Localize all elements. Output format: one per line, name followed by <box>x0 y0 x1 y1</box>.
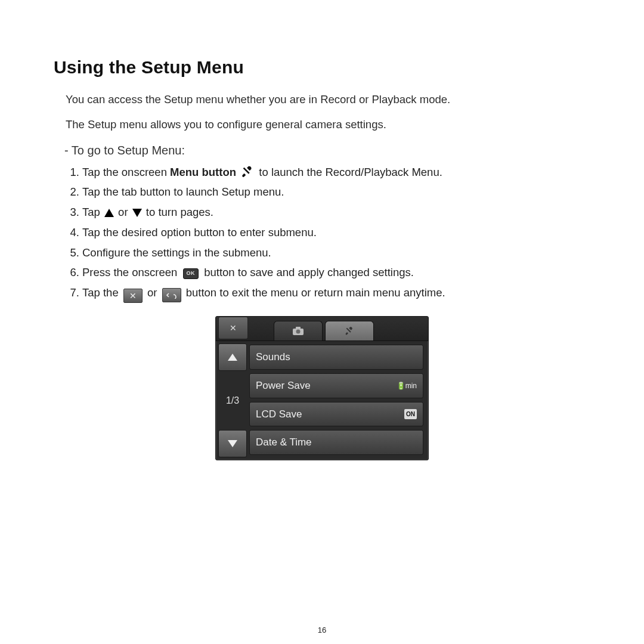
svg-point-2 <box>296 330 301 334</box>
device-option-list: Sounds Power Save 🔋min LCD Save ON Date … <box>249 341 428 460</box>
step-2: Tap the tab button to launch Setup menu. <box>82 184 590 200</box>
step-4: Tap the desired option button to enter s… <box>82 224 590 241</box>
device-row-label: Sounds <box>256 349 290 365</box>
close-icon: ✕ <box>123 289 143 303</box>
device-topbar: ✕ <box>216 317 428 341</box>
step-5: Configure the settings in the submenu. <box>82 244 590 261</box>
intro-line-1: You can access the Setup menu whether yo… <box>66 91 590 108</box>
device-row-power-save[interactable]: Power Save 🔋min <box>249 373 423 398</box>
step-1-bold: Menu button <box>170 166 236 178</box>
wrench-icon <box>240 165 255 178</box>
device-page-indicator: 1/3 <box>218 389 247 413</box>
step-6-text-a: Press the onscreen <box>82 266 181 278</box>
step-7: Tap the ✕ or button to exit the menu or … <box>82 284 590 303</box>
page-title: Using the Setup Menu <box>54 54 590 80</box>
device-screenshot: ✕ 1/3 Sounds Power Save 🔋min L <box>215 316 429 460</box>
device-side-nav: 1/3 <box>216 341 249 460</box>
device-row-label: Power Save <box>256 378 311 394</box>
step-7-text-b: button to exit the menu or return main m… <box>186 286 445 299</box>
ok-icon: OK <box>183 268 199 279</box>
svg-rect-1 <box>296 327 301 329</box>
step-7-text-a: Tap the <box>82 286 122 299</box>
step-3-mid: or <box>118 206 131 218</box>
step-6: Press the onscreen OK button to save and… <box>82 264 590 281</box>
step-6-text-b: button to save and apply changed setting… <box>204 266 414 278</box>
device-close-button[interactable]: ✕ <box>218 317 248 339</box>
step-1-text-a: Tap the onscreen <box>82 166 170 178</box>
device-row-label: Date & Time <box>256 435 312 450</box>
page-number: 16 <box>0 624 644 636</box>
device-tab-camera[interactable] <box>274 321 323 340</box>
device-page-down[interactable] <box>218 430 247 457</box>
device-row-value: ON <box>404 409 417 419</box>
device-row-date-time[interactable]: Date & Time <box>249 430 423 455</box>
device-row-value-icon: 🔋min <box>397 380 417 391</box>
device-tabs <box>250 321 397 340</box>
steps-list: Tap the onscreen Menu button to launch t… <box>54 164 590 304</box>
step-1: Tap the onscreen Menu button to launch t… <box>82 164 590 181</box>
back-icon <box>162 288 181 302</box>
triangle-up-icon <box>104 209 114 217</box>
step-3-text-b: to turn pages. <box>146 206 213 218</box>
step-3: Tap or to turn pages. <box>82 204 590 221</box>
device-row-label: LCD Save <box>256 407 302 422</box>
subheading: - To go to Setup Menu: <box>64 141 590 159</box>
triangle-down-icon <box>132 209 142 217</box>
step-7-mid: or <box>147 286 160 299</box>
device-row-sounds[interactable]: Sounds <box>249 345 423 370</box>
step-3-text-a: Tap <box>82 206 103 218</box>
device-row-lcd-save[interactable]: LCD Save ON <box>249 402 423 427</box>
device-tab-setup[interactable] <box>325 321 374 340</box>
intro-line-2: The Setup menu allows you to configure g… <box>66 116 590 133</box>
device-page-up[interactable] <box>218 343 247 371</box>
step-1-text-b: to launch the Record/Playback Menu. <box>259 166 442 178</box>
